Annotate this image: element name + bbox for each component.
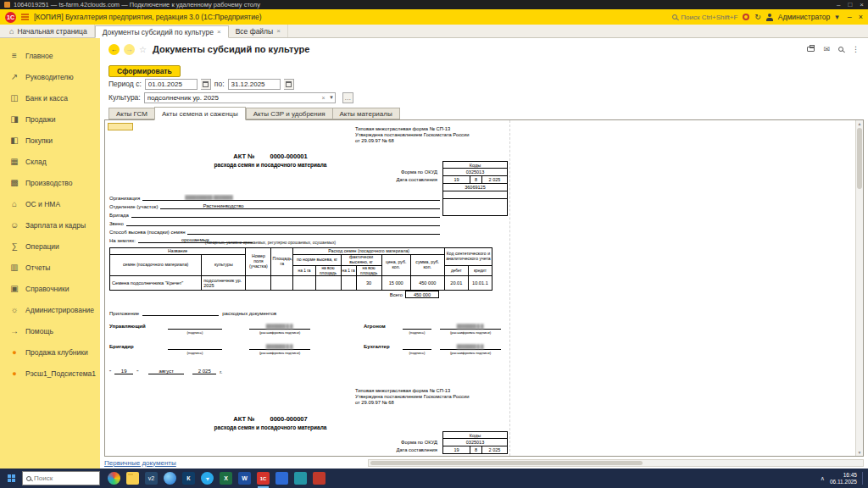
- sidebar-item-manager[interactable]: ↗Руководителю: [0, 66, 100, 87]
- excel-icon[interactable]: X: [220, 472, 232, 485]
- okud-label: Форма по ОКУД: [317, 169, 437, 175]
- tab-home[interactable]: ⌂ Начальная страница: [3, 25, 95, 37]
- taskbar-search-input[interactable]: [34, 474, 85, 482]
- rdp-connection-icon: [4, 2, 10, 8]
- show-desktop-button[interactable]: [862, 472, 865, 485]
- sidebar-item-main[interactable]: ≡Главное: [0, 45, 100, 66]
- close-tab-icon[interactable]: ×: [217, 28, 221, 36]
- calendar-button[interactable]: [201, 79, 211, 90]
- sidebar-item-help[interactable]: →Помощь: [0, 320, 100, 341]
- vertical-scrollbar[interactable]: ▲ ▼: [855, 120, 863, 456]
- global-search[interactable]: Поиск Ctrl+Shift+F: [672, 14, 737, 21]
- sidebar-item-directories[interactable]: ▣Справочники: [0, 278, 100, 299]
- more-icon[interactable]: ⋮: [852, 46, 860, 53]
- tab-acts-materials[interactable]: Акты материалы: [332, 108, 400, 119]
- primary-documents-link[interactable]: Первичные документы: [104, 459, 176, 467]
- favorite-star-icon[interactable]: ☆: [139, 45, 147, 54]
- word-icon[interactable]: W: [238, 472, 251, 485]
- codes-header: Коды: [443, 162, 508, 169]
- clear-icon[interactable]: ×: [322, 95, 326, 101]
- signature-name: ███████ █.█.: [457, 324, 484, 329]
- okud-label: Форма по ОКУД: [317, 440, 437, 445]
- selected-cell[interactable]: [108, 123, 133, 130]
- rdp-restore-button[interactable]: □: [848, 2, 852, 8]
- culture-input[interactable]: [144, 92, 336, 103]
- tray-chevron-icon[interactable]: ∧: [821, 475, 825, 481]
- chart-icon: ↗: [9, 72, 19, 81]
- people-icon: ☺: [9, 220, 19, 230]
- sidebar-item-payroll-hr[interactable]: ☺Зарплата и кадры: [0, 214, 100, 236]
- app-close-button[interactable]: ×: [859, 13, 863, 21]
- vertical-scrollbar-thumb[interactable]: [857, 128, 862, 189]
- app-minimize-button[interactable]: –: [848, 13, 852, 21]
- period-from-input[interactable]: [145, 79, 198, 90]
- app-icon[interactable]: [313, 472, 326, 485]
- tab-acts-seeds[interactable]: Акты семена и саженцы: [154, 107, 246, 120]
- tab-acts-szr[interactable]: Акты СЗР и удобрения: [246, 108, 332, 119]
- global-search-placeholder: Поиск Ctrl+Shift+F: [681, 14, 737, 21]
- codes-header: Коды: [443, 432, 508, 439]
- telegram-icon[interactable]: ➤: [201, 472, 214, 485]
- back-button[interactable]: ←: [108, 44, 120, 55]
- find-icon[interactable]: [838, 47, 843, 52]
- col-header-seed: семян (посадочного материала): [110, 255, 202, 276]
- sidebar-item-strawberry-sale[interactable]: ●Продажа клубники: [0, 341, 100, 363]
- explorer-icon[interactable]: [126, 472, 139, 485]
- app-icon[interactable]: [294, 472, 307, 485]
- v2-app-icon[interactable]: v2: [145, 472, 158, 485]
- send-icon[interactable]: ✉: [823, 46, 830, 53]
- rdp-close-button[interactable]: ×: [860, 2, 864, 8]
- edge-icon[interactable]: [164, 472, 176, 485]
- print-icon[interactable]: [807, 47, 815, 52]
- culture-filter-row: Культура: × ▾ …: [100, 91, 868, 104]
- department-value: Растениеводство: [203, 203, 243, 208]
- generate-button[interactable]: Сформировать: [108, 65, 181, 77]
- purchases-icon: ◧: [9, 136, 19, 145]
- clock-time: 16:45: [830, 472, 857, 479]
- support-icon[interactable]: [743, 14, 749, 20]
- 1c-app-icon[interactable]: 1С: [257, 472, 270, 485]
- doc-month: август: [148, 368, 184, 374]
- user-menu-chevron-icon[interactable]: ▾: [835, 14, 839, 21]
- scroll-up-icon[interactable]: ▲: [856, 121, 863, 126]
- horizontal-scrollbar[interactable]: [368, 459, 864, 467]
- role-manager: Управляющий: [109, 324, 156, 329]
- sidebar-item-reports[interactable]: ▥Отчеты: [0, 257, 100, 278]
- tab-all-files[interactable]: Все файлы ×: [229, 25, 288, 37]
- calendar-button[interactable]: [284, 79, 294, 90]
- tab-acts-gsm[interactable]: Акты ГСМ: [108, 108, 154, 119]
- main-menu-icon[interactable]: [21, 14, 29, 20]
- people-app-icon[interactable]: [108, 472, 120, 485]
- table-row[interactable]: Семена подсолнечника "Кречет" подсолнечн…: [110, 276, 492, 291]
- rdp-minimize-button[interactable]: –: [837, 2, 840, 8]
- app-title-bar: 1С [КОПИЯ] Бухгалтерия предприятия, реда…: [0, 9, 868, 25]
- dropdown-icon[interactable]: ▾: [330, 94, 333, 101]
- forward-button[interactable]: →: [124, 44, 135, 55]
- close-tab-icon[interactable]: ×: [276, 27, 281, 35]
- history-icon[interactable]: ↻: [754, 14, 761, 21]
- period-to-input[interactable]: [228, 79, 281, 90]
- tab-subsidy-documents[interactable]: Документы субсидий по культуре ×: [95, 25, 229, 38]
- sidebar-item-warehouse[interactable]: ▦Склад: [0, 151, 100, 172]
- taskbar-clock[interactable]: 16:45 06.11.2025: [830, 472, 857, 485]
- sidebar-item-purchases[interactable]: ◧Покупки: [0, 130, 100, 151]
- sidebar-item-production[interactable]: ▩Производство: [0, 172, 100, 193]
- app-icon[interactable]: [275, 472, 288, 485]
- sidebar-item-bank-cash[interactable]: ◫Банк и касса: [0, 87, 100, 108]
- horizontal-scrollbar-thumb[interactable]: [370, 461, 643, 465]
- sidebar-item-administration[interactable]: ☼Администрирование: [0, 299, 100, 320]
- taskbar-search[interactable]: [22, 471, 100, 485]
- cell-credit: 10.01.1: [468, 276, 492, 291]
- start-button[interactable]: [0, 469, 22, 488]
- sidebar-item-subsystem1[interactable]: ●Рэсш1_Подсистема1: [0, 363, 100, 384]
- codes-table: Коды 0325013 19 8 2 025 36069125: [442, 161, 508, 216]
- sidebar-item-fixed-assets[interactable]: ⌂ОС и НМА: [0, 193, 100, 214]
- scroll-down-icon[interactable]: ▼: [856, 450, 863, 455]
- culture-choose-button[interactable]: …: [342, 92, 353, 103]
- sidebar-item-operations[interactable]: ∑Операции: [0, 236, 100, 257]
- sidebar-item-sales[interactable]: ◨Продажи: [0, 108, 100, 130]
- bank-icon: ◫: [9, 93, 19, 103]
- current-user[interactable]: Администратор: [778, 13, 830, 21]
- k-app-icon[interactable]: К: [182, 472, 195, 485]
- form-note: Типовая межотраслевая форма № СП-13 Утве…: [355, 126, 469, 144]
